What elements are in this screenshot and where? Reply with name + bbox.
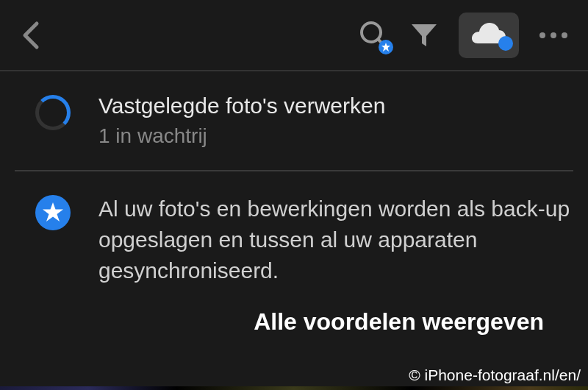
sync-text: Al uw foto's en bewerkingen worden als b… xyxy=(98,194,573,336)
sync-body: Al uw foto's en bewerkingen worden als b… xyxy=(98,194,573,286)
more-button[interactable] xyxy=(539,32,567,38)
funnel-icon xyxy=(410,21,438,49)
header-actions xyxy=(359,13,567,58)
search-button[interactable] xyxy=(359,20,390,51)
search-star-badge xyxy=(379,40,393,54)
chevron-left-icon xyxy=(21,19,41,52)
benefits-link[interactable]: Alle voordelen weergeven xyxy=(98,308,573,336)
more-dots-icon xyxy=(539,32,567,38)
processing-subtitle: 1 in wachtrij xyxy=(98,124,573,148)
cloud-sync-button[interactable] xyxy=(459,13,519,58)
processing-text: Vastgelegde foto's verwerken 1 in wachtr… xyxy=(98,93,573,148)
back-button[interactable] xyxy=(21,19,41,52)
filter-button[interactable] xyxy=(410,21,438,49)
app-header xyxy=(0,0,588,70)
cloud-status-badge xyxy=(498,36,513,51)
star-badge-icon xyxy=(35,195,71,230)
copyright-text: © iPhone-fotograaf.nl/en/ xyxy=(409,366,581,384)
bottom-decoration xyxy=(0,386,588,390)
processing-section: Vastgelegde foto's verwerken 1 in wachtr… xyxy=(0,71,588,170)
spinner-icon xyxy=(35,95,71,130)
processing-title: Vastgelegde foto's verwerken xyxy=(98,93,573,118)
sync-section: Al uw foto's en bewerkingen worden als b… xyxy=(0,171,588,358)
